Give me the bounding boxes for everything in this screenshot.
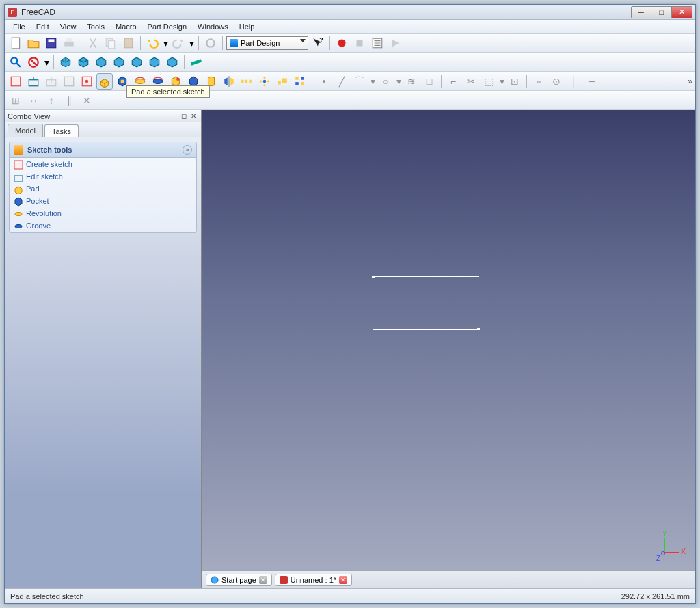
- constr-coincident-icon[interactable]: ∘: [530, 73, 547, 90]
- macro-execute-icon[interactable]: [387, 35, 403, 51]
- sk-rect-icon[interactable]: □: [421, 73, 438, 90]
- task-pad[interactable]: Pad: [10, 183, 196, 195]
- task-group-header[interactable]: Sketch tools «: [10, 142, 196, 158]
- sk-line-icon[interactable]: ╱: [334, 73, 350, 90]
- minimize-button[interactable]: ─: [631, 6, 651, 18]
- menu-file[interactable]: File: [8, 21, 31, 32]
- view-right-icon[interactable]: [111, 54, 127, 70]
- sk-point-icon[interactable]: •: [316, 73, 332, 90]
- redo-dropdown-icon[interactable]: ▾: [188, 35, 195, 51]
- zoom-fit-icon[interactable]: [8, 54, 24, 70]
- open-file-icon[interactable]: [25, 35, 42, 51]
- tab-tasks[interactable]: Tasks: [44, 124, 79, 137]
- undo-icon[interactable]: [144, 35, 161, 51]
- multi-transform-icon[interactable]: [292, 73, 308, 90]
- constr-perp-icon[interactable]: ✕: [79, 92, 95, 109]
- sk-external-icon[interactable]: ⬚: [481, 73, 497, 90]
- tab-close-icon[interactable]: ✕: [339, 576, 347, 584]
- sk-trim-icon[interactable]: ✂: [463, 73, 479, 90]
- 3d-viewport[interactable]: Start page ✕ Unnamed : 1* ✕: [202, 110, 695, 588]
- draw-style-dropdown-icon[interactable]: ▾: [43, 54, 50, 70]
- sk-arc-icon[interactable]: ⌒: [351, 73, 368, 90]
- refresh-icon[interactable]: [202, 35, 219, 51]
- leave-sketch-icon[interactable]: [43, 73, 59, 90]
- tab-model[interactable]: Model: [8, 124, 43, 137]
- maximize-button[interactable]: □: [651, 6, 672, 18]
- view-left-icon[interactable]: [164, 54, 180, 70]
- sk-external-dropdown-icon[interactable]: ▾: [498, 73, 505, 90]
- doc-tab-start[interactable]: Start page ✕: [206, 574, 272, 586]
- menubar: File Edit View Tools Macro Part Design W…: [5, 20, 695, 34]
- window-controls: ─ □ ✕: [631, 6, 692, 18]
- save-icon[interactable]: [43, 35, 59, 51]
- scaled-pattern-icon[interactable]: [274, 73, 291, 90]
- linear-pattern-icon[interactable]: [239, 73, 255, 90]
- macro-list-icon[interactable]: [369, 35, 386, 51]
- print-icon[interactable]: [61, 35, 77, 51]
- edit-sketch-icon[interactable]: [25, 73, 42, 90]
- new-file-icon[interactable]: [8, 35, 24, 51]
- menu-help[interactable]: Help: [234, 21, 260, 32]
- sk-fillet-icon[interactable]: ⌐: [445, 73, 461, 90]
- constr-point-on-icon[interactable]: ⊙: [548, 73, 565, 90]
- undo-dropdown-icon[interactable]: ▾: [162, 35, 169, 51]
- constr-lock-icon[interactable]: ⊞: [8, 92, 24, 109]
- constr-dist-v-icon[interactable]: ↕: [43, 92, 59, 109]
- constr-dist-h-icon[interactable]: ↔: [25, 92, 42, 109]
- menu-macro[interactable]: Macro: [110, 21, 142, 32]
- sk-circle-dropdown-icon[interactable]: ▾: [395, 73, 402, 90]
- mirror-icon[interactable]: [221, 73, 237, 90]
- view-iso-icon[interactable]: [57, 54, 74, 70]
- toolbar-overflow-icon[interactable]: »: [688, 77, 692, 86]
- copy-icon[interactable]: [103, 35, 119, 51]
- task-pocket[interactable]: Pocket: [10, 195, 196, 207]
- view-top-icon[interactable]: [93, 54, 109, 70]
- draw-style-icon[interactable]: [25, 54, 42, 70]
- svg-rect-22: [121, 79, 124, 83]
- sk-polyline-icon[interactable]: ≋: [403, 73, 420, 90]
- menu-edit[interactable]: Edit: [31, 21, 55, 32]
- measure-icon[interactable]: [188, 54, 204, 70]
- macro-stop-icon[interactable]: [351, 35, 368, 51]
- svg-rect-2: [49, 39, 55, 42]
- view-rear-icon[interactable]: [129, 54, 145, 70]
- collapse-icon[interactable]: «: [183, 145, 192, 155]
- new-sketch-icon[interactable]: [8, 73, 24, 90]
- sk-construction-icon[interactable]: ⊡: [507, 73, 523, 90]
- doc-tab-label: Unnamed : 1*: [291, 576, 336, 584]
- view-front-icon[interactable]: [75, 54, 92, 70]
- sk-circle-icon[interactable]: ○: [377, 73, 394, 90]
- sketch-rectangle[interactable]: [373, 276, 479, 330]
- menu-part-design[interactable]: Part Design: [142, 21, 192, 32]
- cut-icon[interactable]: [85, 35, 101, 51]
- close-button[interactable]: ✕: [672, 6, 692, 18]
- tab-close-icon[interactable]: ✕: [259, 576, 267, 584]
- constr-horizontal-icon[interactable]: ─: [584, 73, 600, 90]
- polar-pattern-icon[interactable]: [256, 73, 273, 90]
- panel-close-icon[interactable]: ✕: [189, 111, 198, 121]
- task-label: Edit sketch: [26, 172, 63, 181]
- menu-windows[interactable]: Windows: [192, 21, 234, 32]
- task-revolution[interactable]: Revolution: [10, 207, 196, 220]
- doc-tab-unnamed[interactable]: Unnamed : 1* ✕: [275, 574, 352, 586]
- macro-record-icon[interactable]: [334, 35, 350, 51]
- panel-float-icon[interactable]: ◻: [179, 111, 189, 121]
- svg-point-44: [211, 577, 218, 583]
- constr-parallel-icon[interactable]: ∥: [61, 92, 77, 109]
- constr-vertical-icon[interactable]: │: [566, 73, 582, 90]
- task-create-sketch[interactable]: Create sketch: [10, 158, 196, 170]
- whats-this-icon[interactable]: ?: [310, 35, 326, 51]
- redo-icon[interactable]: [170, 35, 187, 51]
- separator: [441, 75, 442, 88]
- menu-tools[interactable]: Tools: [81, 21, 110, 32]
- menu-view[interactable]: View: [55, 21, 82, 32]
- paste-icon[interactable]: [120, 35, 137, 51]
- view-sketch-icon[interactable]: [79, 73, 95, 90]
- workbench-selector[interactable]: Part Design: [226, 36, 308, 50]
- task-groove[interactable]: Groove: [10, 220, 196, 232]
- task-edit-sketch[interactable]: Edit sketch: [10, 170, 196, 183]
- pad-icon[interactable]: [96, 73, 113, 90]
- map-sketch-icon[interactable]: [61, 73, 77, 90]
- view-bottom-icon[interactable]: [146, 54, 163, 70]
- sk-arc-dropdown-icon[interactable]: ▾: [369, 73, 376, 90]
